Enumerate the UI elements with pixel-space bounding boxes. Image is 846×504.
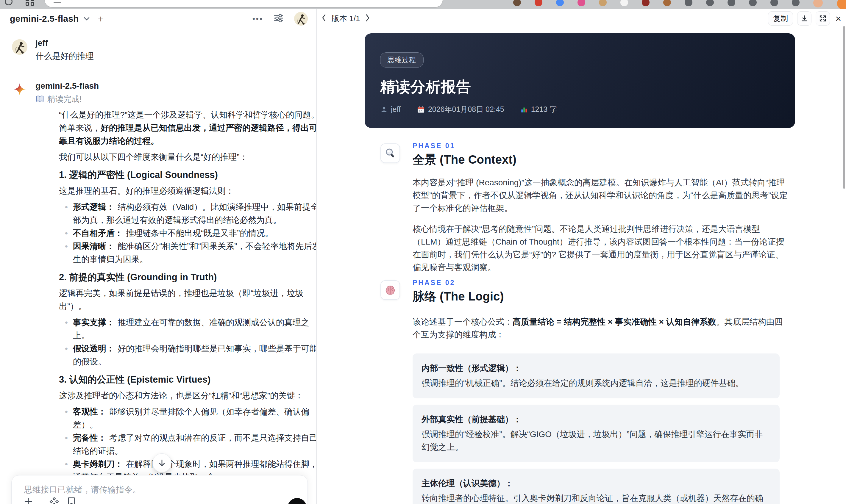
extension-icon[interactable] [770,0,778,6]
extension-icon[interactable] [727,0,735,6]
section-lead-2: 逻辑再完美，如果前提是错误的，推理也是垃圾（即“垃圾进，垃圾出”）。 [59,287,316,313]
assistant-name: gemini-2.5-flash [35,80,299,92]
phase-paragraph: 核心情境在于解决“思考的随意性”问题。不论是人类通过批判性思维进行决策，还是大语… [412,222,791,274]
word-count-meta: 1213 字 [520,104,557,114]
user-name: jeff [35,37,299,49]
list-item: 形式逻辑：结构必须有效（Valid）。比如演绎推理中，如果前提全部为真，那么通过… [59,200,316,227]
intro-paragraph: “什么是好的推理?”这是一个涉及逻辑学、认知科学和哲学核心的问题。简单来说，好的… [59,108,316,148]
extension-icon[interactable] [792,0,799,6]
composer-tools [24,497,76,504]
report-meta: jeff 2026年01月08日 02:45 [380,104,780,114]
composer[interactable]: 思维接口已就绪，请传输指令。 [11,475,308,504]
browser-chrome [0,0,846,9]
artifact-header: 版本 1/1 复制 × [317,9,846,28]
artifact-toolbar: 复制 × [768,11,842,25]
report-hero-card: 思维过程 精读分析报告 jeff 2026年 [365,33,795,128]
scroll-to-bottom-button[interactable] [153,453,172,472]
more-menu-icon[interactable]: ••• [252,14,263,23]
browser-profile-blob[interactable] [837,0,846,9]
overview-paragraph: 我们可以从以下四个维度来衡量什么是“好的推理”： [59,150,316,164]
skills-diamond-icon[interactable] [49,497,59,504]
core-formula: 该论述基于一个核心公式：高质量结论 = 结构完整性 × 事实准确性 × 认知自律… [412,316,791,341]
download-button[interactable] [797,11,811,25]
logic-box-agent-ethics: 主体伦理（认识美德）： 转向推理者的心理特征。引入奥卡姆剃刀和反向论证，旨在克服… [412,469,780,504]
report-title: 精读分析报告 [380,78,780,95]
arrow-down-icon [157,458,166,467]
list-item: 客观性：能够识别并尽量排除个人偏见（如幸存者偏差、确认偏差）。 [59,405,316,431]
assistant-article: “什么是好的推理?”这是一个涉及逻辑学、认知科学和哲学核心的问题。简单来说，好的… [59,108,316,504]
extension-icon[interactable] [663,0,671,6]
date-meta: 2026年01月08日 02:45 [417,104,504,114]
section-heading-1: 1. 逻辑的严密性 (Logical Soundness) [59,168,316,182]
address-menu-icon[interactable] [54,0,61,3]
user-avatar [12,39,28,55]
extension-icon[interactable] [599,0,607,6]
section-heading-3: 3. 认知的公正性 (Epistemic Virtues) [59,373,316,387]
logic-box-internal-consistency: 内部一致性（形式逻辑）： 强调推理的“机械正确”。结论必须在给定的规则系统内逻辑… [412,354,780,398]
phase-label: PHASE 01 [412,142,809,150]
expand-icon [818,14,827,23]
browser-grid-icon[interactable] [25,0,35,5]
section-heading-2: 2. 前提的真实性 (Grounding in Truth) [59,270,316,284]
list-item: 完备性：考虑了对立的观点和潜在的反证，而不是只选择支持自己结论的证据。 [59,431,316,457]
extension-icon[interactable] [749,0,757,6]
version-next-icon[interactable] [365,14,370,23]
calendar-icon [417,105,425,114]
version-prev-icon[interactable] [321,14,326,23]
person-icon [380,106,388,113]
phase-label: PHASE 02 [412,278,809,287]
address-bar[interactable] [45,0,443,7]
section-lead-3: 这涉及推理者的心态和方法论，也是区分“杠精”和“思想家”的关键： [59,389,316,402]
extension-icon[interactable] [685,0,692,6]
extension-icon[interactable] [535,0,542,6]
attach-plus-icon[interactable] [24,498,32,504]
download-icon [800,14,809,23]
logic-box-external-truth: 外部真实性（前提基础）： 强调推理的“经验校准”。解决“GIGO（垃圾进，垃圾出… [412,404,780,462]
chat-header: gemini-2.5-flash + ••• [0,9,316,29]
section-list-2: 事实支撑：推理建立在可靠的数据、准确的观测或公认的真理之上。 假设透明：好的推理… [59,316,316,368]
tools-divider [41,497,41,504]
screen: gemini-2.5-flash + ••• [0,0,846,504]
section-list-1: 形式逻辑：结构必须有效（Valid）。比如演绎推理中，如果前提全部为真，那么通过… [59,200,316,266]
browser-avatar-icon[interactable] [813,0,823,7]
browser-reload-icon[interactable] [5,0,13,5]
extension-icons[interactable] [513,0,823,7]
logic-boxes: 内部一致性（形式逻辑）： 强调推理的“机械正确”。结论必须在给定的规则系统内逻辑… [412,354,780,504]
close-panel-button[interactable]: × [834,13,842,24]
panel-scrollbar[interactable] [843,26,845,188]
chevron-down-icon[interactable] [83,16,90,21]
phase-paragraph: 本内容是对“推理 (Reasoning)”这一抽象概念的高层建模。在知识爆炸与人… [412,176,791,215]
user-message-text: 什么是好的推理 [35,50,299,62]
settings-sliders-icon[interactable] [273,13,284,25]
gemini-star-icon [13,83,26,96]
extension-icon[interactable] [706,0,714,6]
list-item: 不自相矛盾：推理链条中不能出现“既是又非”的情况。 [59,227,316,240]
phase-title: 脉络 (The Logic) [412,289,809,304]
composer-placeholder[interactable]: 思维接口已就绪，请传输指令。 [24,484,141,496]
extension-icon[interactable] [642,0,650,6]
author-meta: jeff [380,105,401,114]
list-item: 事实支撑：推理建立在可靠的数据、准确的观测或公认的真理之上。 [59,316,316,342]
artifact-panel: 版本 1/1 复制 × [317,9,846,504]
phase-1-section: PHASE 01 全景 (The Context) 本内容是对“推理 (Reas… [381,142,809,282]
user-message: jeff 什么是好的推理 [12,37,299,62]
panel-divider [316,9,317,504]
expand-button[interactable] [816,11,830,25]
phase-title: 全景 (The Context) [412,152,809,167]
assistant-message: gemini-2.5-flash 精读完成! “什么是好的推理?”这是一个涉及逻… [12,80,299,504]
bar-chart-icon [520,106,528,113]
voice-input-button[interactable] [287,498,306,504]
bookmark-icon[interactable] [67,497,76,504]
magnifier-icon [381,143,400,163]
new-chat-button[interactable]: + [98,14,104,24]
version-label: 版本 1/1 [332,13,360,24]
section-list-3: 客观性：能够识别并尽量排除个人偏见（如幸存者偏差、确认偏差）。 完备性：考虑了对… [59,405,316,484]
extension-icon[interactable] [556,0,564,6]
model-title[interactable]: gemini-2.5-flash [10,14,79,24]
user-avatar[interactable] [294,12,308,25]
extension-icon[interactable] [578,0,585,6]
version-nav: 版本 1/1 [321,9,370,28]
copy-button[interactable]: 复制 [768,11,793,25]
extension-icon[interactable] [620,0,628,6]
extension-icon[interactable] [513,0,521,6]
